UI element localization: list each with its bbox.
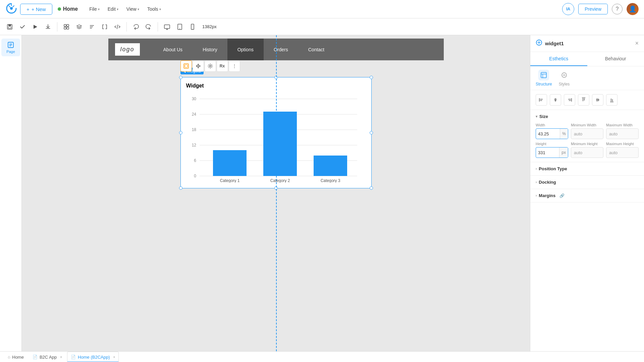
bottom-tab-home[interactable]: ⌂ Home <box>4 352 28 362</box>
panel-close-button[interactable]: × <box>635 40 639 47</box>
panel-header: widget1 × <box>530 35 644 52</box>
tablet-view-button[interactable] <box>174 21 185 33</box>
widget-rx-button[interactable]: Rx <box>217 60 228 72</box>
resize-handle-tm[interactable] <box>274 76 278 79</box>
widget-box[interactable]: Widget <box>180 77 372 188</box>
sort-button[interactable] <box>86 21 98 33</box>
panel-tabs: Esthetics Behaviour <box>530 52 644 66</box>
max-height-field[interactable]: auto <box>606 147 639 158</box>
b2c-tab-icon: 📄 <box>33 355 38 359</box>
position-type-chevron-icon: › <box>536 167 537 171</box>
redo-button[interactable] <box>143 21 154 33</box>
view-menu[interactable]: View ▾ <box>123 5 143 13</box>
min-width-field[interactable]: auto <box>571 128 603 139</box>
nav-menus: File ▾ Edit ▾ View ▾ Tools ▾ <box>86 5 164 13</box>
resize-handle-ml[interactable] <box>179 131 182 134</box>
min-width-label: Minimum Width <box>571 123 603 127</box>
file-menu[interactable]: File ▾ <box>86 5 103 13</box>
resize-handle-tl[interactable] <box>179 76 182 79</box>
align-top-button[interactable] <box>578 94 589 106</box>
edit-menu[interactable]: Edit ▾ <box>104 5 122 13</box>
tab-esthetics[interactable]: Esthetics <box>530 52 587 66</box>
svg-text:Category 1: Category 1 <box>220 178 239 183</box>
width-field[interactable]: % <box>536 128 568 139</box>
sidebar-item-page[interactable]: Page <box>1 39 20 56</box>
components-button[interactable] <box>61 21 72 33</box>
position-type-section[interactable]: › Position Type <box>530 162 644 176</box>
right-panel: widget1 × Esthetics Behaviour Structure <box>530 35 644 351</box>
home-b2c-tab-close[interactable]: × <box>113 355 115 359</box>
structure-icon <box>538 70 549 80</box>
canvas-width-display: 1382px <box>200 24 219 29</box>
max-width-field[interactable]: auto <box>606 128 639 139</box>
size-chevron-icon: ▾ <box>536 115 537 118</box>
position-type-header: › Position Type <box>536 166 639 171</box>
avatar-image: 👤 <box>627 3 639 15</box>
width-input[interactable] <box>536 131 560 136</box>
styles-icon <box>559 70 570 80</box>
widget-move-button[interactable] <box>193 60 204 72</box>
height-unit: px <box>559 147 568 158</box>
preview-button[interactable]: Preview <box>578 4 608 14</box>
align-left-button[interactable] <box>536 94 547 106</box>
resize-handle-bm[interactable] <box>274 186 278 190</box>
layers-button[interactable] <box>73 21 85 33</box>
min-height-field[interactable]: auto <box>571 147 603 158</box>
save-button[interactable] <box>4 21 15 33</box>
help-button[interactable]: ? <box>612 4 623 14</box>
margins-link-icon: 🔗 <box>559 193 565 198</box>
panel-title: widget1 <box>536 39 564 48</box>
undo-button[interactable] <box>130 21 142 33</box>
resize-handle-tr[interactable] <box>370 76 373 79</box>
size-section-header[interactable]: ▾ Size <box>536 114 639 119</box>
svg-point-16 <box>179 28 180 29</box>
resize-handle-mr[interactable] <box>370 131 373 134</box>
widget-settings-button[interactable] <box>205 60 216 72</box>
align-center-v-button[interactable] <box>592 94 603 106</box>
max-width-label: Maximum Width <box>606 123 639 127</box>
nav-link-about[interactable]: About Us <box>153 39 193 60</box>
nav-link-history[interactable]: History <box>193 39 227 60</box>
size-grid-row1: Width % Minimum Width auto Maximum Width… <box>536 123 639 139</box>
widget-area: Rx ⋮ ◀ widget1 <box>180 77 372 188</box>
desktop-view-button[interactable] <box>161 21 173 33</box>
svg-point-48 <box>562 73 567 77</box>
align-center-h-button[interactable] <box>550 94 561 106</box>
tools-menu[interactable]: Tools ▾ <box>144 5 164 13</box>
svg-rect-45 <box>541 72 546 78</box>
brackets-button[interactable] <box>99 21 110 33</box>
export-button[interactable] <box>42 21 54 33</box>
app-logo-icon <box>5 2 17 16</box>
code-button[interactable] <box>112 21 123 33</box>
ia-button[interactable]: IA <box>562 3 574 15</box>
widget-more-button[interactable]: ⋮ <box>229 60 240 72</box>
resize-handle-bl[interactable] <box>179 186 182 190</box>
site-nav-links: About Us History Options Orders Contact <box>153 39 334 60</box>
b2c-tab-close[interactable]: × <box>60 355 62 359</box>
user-avatar[interactable]: 👤 <box>627 3 639 15</box>
bottom-tab-home-b2c[interactable]: 📄 Home (B2CApp) × <box>67 352 119 362</box>
nav-link-orders[interactable]: Orders <box>264 39 298 60</box>
widget-select-button[interactable] <box>180 60 192 72</box>
resize-handle-br[interactable] <box>370 186 373 190</box>
height-field[interactable]: px <box>536 147 568 158</box>
docking-section[interactable]: › Docking <box>530 176 644 189</box>
margins-section[interactable]: › Margins 🔗 <box>530 189 644 202</box>
align-right-button[interactable] <box>564 94 575 106</box>
tab-behaviour[interactable]: Behaviour <box>587 52 644 66</box>
bottom-tab-b2c[interactable]: 📄 B2C App × <box>29 352 66 362</box>
new-button[interactable]: + + New <box>20 4 52 15</box>
sub-tab-structure[interactable]: Structure <box>536 70 552 86</box>
nav-link-contact[interactable]: Contact <box>298 39 334 60</box>
canvas-area[interactable]: logo About Us History Options Orders Con… <box>22 35 530 351</box>
svg-rect-40 <box>314 156 347 176</box>
height-input[interactable] <box>536 150 559 155</box>
check-button[interactable] <box>17 21 28 33</box>
play-button[interactable] <box>30 21 41 33</box>
sub-tab-styles[interactable]: Styles <box>559 70 570 86</box>
nav-link-options[interactable]: Options <box>227 39 264 60</box>
mobile-view-button[interactable] <box>187 21 198 33</box>
tools-menu-arrow: ▾ <box>159 7 161 11</box>
align-bottom-button[interactable] <box>606 94 618 106</box>
width-unit: % <box>560 129 568 139</box>
